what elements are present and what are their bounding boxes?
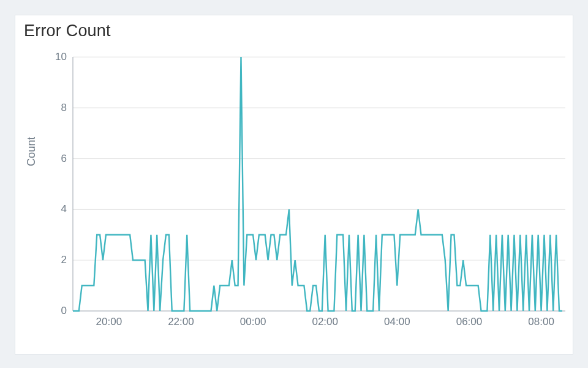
x-tick-label: 08:00 [528, 316, 554, 328]
y-tick-label: 2 [47, 254, 67, 266]
x-tick-label: 20:00 [96, 316, 123, 328]
x-tick-label: 06:00 [456, 316, 483, 328]
y-tick-label: 6 [47, 153, 67, 165]
chart-card: Error Count Count 024681020:0022:0000:00… [15, 15, 573, 355]
y-tick-label: 0 [47, 305, 67, 317]
series-line [73, 57, 562, 311]
x-tick-label: 02:00 [312, 316, 338, 328]
y-tick-label: 8 [47, 102, 67, 114]
y-axis-label: Count [25, 137, 38, 166]
x-tick-label: 22:00 [168, 316, 194, 328]
x-tick-label: 00:00 [240, 316, 266, 328]
chart-area: Count 024681020:0022:0000:0002:0004:0006… [15, 15, 573, 354]
chart-plot [72, 55, 567, 327]
y-tick-label: 4 [47, 203, 67, 215]
x-tick-label: 04:00 [384, 316, 410, 328]
y-tick-label: 10 [47, 51, 67, 63]
